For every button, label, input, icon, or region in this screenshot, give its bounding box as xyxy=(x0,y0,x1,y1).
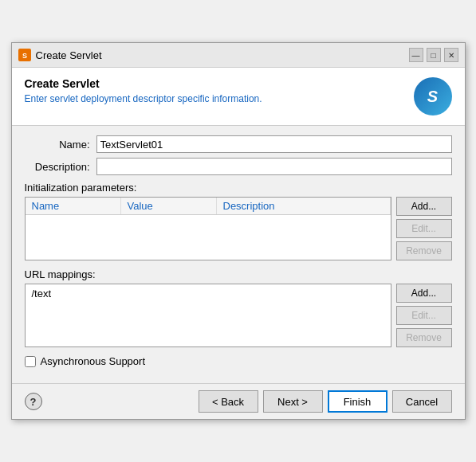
name-input[interactable] xyxy=(96,135,452,153)
header-subtitle: Enter servlet deployment descriptor spec… xyxy=(25,93,262,104)
dialog-body: Name: Description: Initialization parame… xyxy=(12,126,465,383)
init-params-buttons: Add... Edit... Remove xyxy=(396,197,452,260)
title-bar-left: S Create Servlet xyxy=(18,49,102,61)
init-remove-button[interactable]: Remove xyxy=(396,241,452,260)
col-value: Value xyxy=(121,198,217,214)
dialog-footer: ? < Back Next > Finish Cancel xyxy=(12,383,465,419)
async-label: Asynchronous Support xyxy=(41,355,146,367)
url-item: /text xyxy=(26,286,391,301)
url-mappings-section: /text Add... Edit... Remove xyxy=(25,284,452,347)
col-name: Name xyxy=(26,198,121,214)
cancel-button[interactable]: Cancel xyxy=(392,390,452,413)
description-row: Description: xyxy=(25,158,452,175)
finish-button[interactable]: Finish xyxy=(328,390,387,413)
title-bar: S Create Servlet — □ ✕ xyxy=(12,43,465,68)
url-mappings-label: URL mappings: xyxy=(25,268,452,280)
url-add-button[interactable]: Add... xyxy=(396,284,452,303)
create-servlet-dialog: S Create Servlet — □ ✕ Create Servlet En… xyxy=(11,42,466,420)
maximize-button[interactable]: □ xyxy=(427,48,441,62)
url-edit-button[interactable]: Edit... xyxy=(396,306,452,325)
minimize-button[interactable]: — xyxy=(409,48,423,62)
dialog-header: Create Servlet Enter servlet deployment … xyxy=(12,68,465,126)
async-row: Asynchronous Support xyxy=(25,355,452,367)
async-checkbox[interactable] xyxy=(25,356,36,367)
name-row: Name: xyxy=(25,135,452,153)
header-title: Create Servlet xyxy=(25,77,262,90)
help-button[interactable]: ? xyxy=(25,393,42,410)
footer-left: ? xyxy=(25,393,42,410)
next-button[interactable]: Next > xyxy=(263,390,323,413)
logo-letter: S xyxy=(427,88,438,106)
name-label: Name: xyxy=(25,139,96,151)
description-input[interactable] xyxy=(96,158,452,175)
svg-text:S: S xyxy=(22,52,26,60)
title-controls: — □ ✕ xyxy=(409,48,458,62)
init-params-table: Name Value Description xyxy=(25,197,391,260)
init-add-button[interactable]: Add... xyxy=(396,197,452,216)
dialog-icon: S xyxy=(18,49,31,61)
col-description: Description xyxy=(217,198,391,214)
url-buttons: Add... Edit... Remove xyxy=(396,284,452,347)
header-text: Create Servlet Enter servlet deployment … xyxy=(25,77,262,104)
close-button[interactable]: ✕ xyxy=(444,48,458,62)
url-remove-button[interactable]: Remove xyxy=(396,328,452,347)
description-label: Description: xyxy=(25,161,96,173)
back-button[interactable]: < Back xyxy=(199,390,258,413)
init-params-label: Initialization parameters: xyxy=(25,182,452,194)
table-body xyxy=(26,215,391,259)
footer-right: < Back Next > Finish Cancel xyxy=(199,390,452,413)
url-list: /text xyxy=(25,284,391,347)
init-edit-button[interactable]: Edit... xyxy=(396,219,452,238)
init-params-section: Name Value Description Add... Edit... Re… xyxy=(25,197,452,260)
title-bar-text: Create Servlet xyxy=(36,49,102,61)
table-header: Name Value Description xyxy=(26,198,391,215)
header-logo: S xyxy=(414,77,452,116)
